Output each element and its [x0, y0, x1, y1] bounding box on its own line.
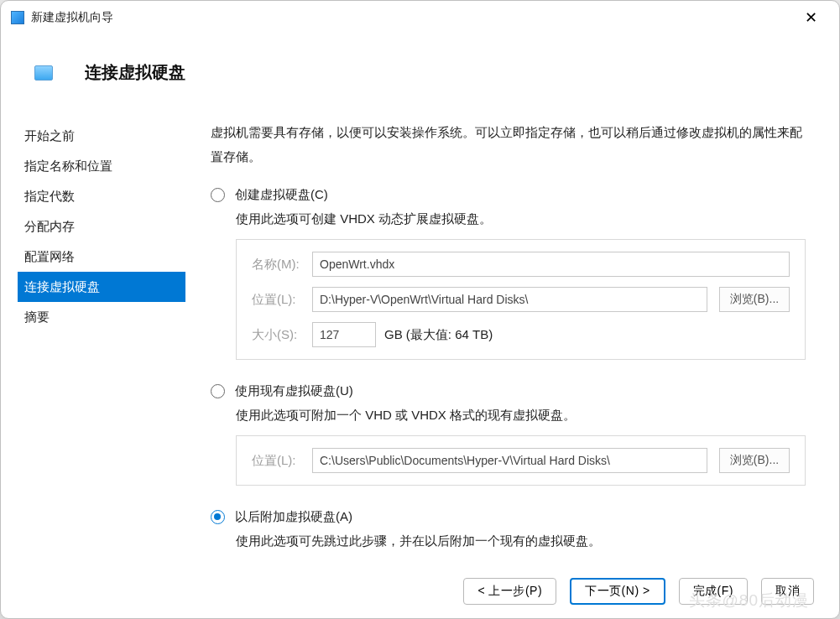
app-icon [11, 11, 24, 24]
name-label: 名称(M): [252, 257, 312, 273]
option-desc: 使用此选项可先跳过此步骤，并在以后附加一个现有的虚拟硬盘。 [236, 533, 806, 549]
radio-icon [211, 188, 225, 202]
location-label: 位置(L): [252, 453, 312, 469]
step-before-start[interactable]: 开始之前 [18, 121, 185, 151]
titlebar: 新建虚拟机向导 ✕ [1, 1, 839, 34]
create-fieldset: 名称(M): OpenWrt.vhdx 位置(L): D:\Hyper-V\Op… [236, 239, 806, 360]
option-label: 创建虚拟硬盘(C) [235, 187, 328, 203]
radio-existing-vhd[interactable]: 使用现有虚拟硬盘(U) [211, 383, 806, 399]
option-existing-vhd: 使用现有虚拟硬盘(U) 使用此选项可附加一个 VHD 或 VHDX 格式的现有虚… [211, 383, 806, 486]
page-header: 连接虚拟硬盘 [1, 34, 839, 104]
step-generation[interactable]: 指定代数 [18, 181, 185, 211]
existing-fieldset: 位置(L): C:\Users\Public\Documents\Hyper-V… [236, 435, 806, 486]
radio-icon [211, 510, 225, 524]
step-network[interactable]: 配置网络 [18, 242, 185, 272]
radio-create-vhd[interactable]: 创建虚拟硬盘(C) [211, 187, 806, 203]
option-label: 以后附加虚拟硬盘(A) [235, 509, 352, 525]
option-create-vhd: 创建虚拟硬盘(C) 使用此选项可创建 VHDX 动态扩展虚拟硬盘。 名称(M):… [211, 187, 806, 360]
radio-attach-later[interactable]: 以后附加虚拟硬盘(A) [211, 509, 806, 525]
step-name-location[interactable]: 指定名称和位置 [18, 151, 185, 181]
size-unit: GB (最大值: 64 TB) [384, 327, 493, 343]
wizard-footer: < 上一步(P) 下一页(N) > 完成(F) 取消 头条@80后动漫 [1, 564, 839, 618]
intro-text: 虚拟机需要具有存储，以便可以安装操作系统。可以立即指定存储，也可以稍后通过修改虚… [211, 121, 806, 169]
size-label: 大小(S): [252, 327, 312, 343]
location-input[interactable]: D:\Hyper-V\OpenWrt\Virtual Hard Disks\ [312, 287, 707, 312]
cancel-button[interactable]: 取消 [761, 578, 814, 605]
size-input[interactable]: 127 [312, 322, 376, 347]
option-desc: 使用此选项可创建 VHDX 动态扩展虚拟硬盘。 [236, 211, 806, 227]
option-label: 使用现有虚拟硬盘(U) [235, 383, 353, 399]
monitor-icon [34, 65, 53, 81]
browse-button[interactable]: 浏览(B)... [719, 448, 790, 473]
wizard-window: 新建虚拟机向导 ✕ 连接虚拟硬盘 开始之前 指定名称和位置 指定代数 分配内存 … [0, 0, 840, 619]
window-title: 新建虚拟机向导 [31, 10, 113, 25]
option-attach-later: 以后附加虚拟硬盘(A) 使用此选项可先跳过此步骤，并在以后附加一个现有的虚拟硬盘… [211, 509, 806, 549]
wizard-steps: 开始之前 指定名称和位置 指定代数 分配内存 配置网络 连接虚拟硬盘 摘要 [18, 121, 185, 556]
page-title: 连接虚拟硬盘 [85, 61, 185, 84]
existing-location-input[interactable]: C:\Users\Public\Documents\Hyper-V\Virtua… [312, 448, 707, 473]
name-input[interactable]: OpenWrt.vhdx [312, 252, 790, 277]
prev-button[interactable]: < 上一步(P) [463, 578, 556, 605]
step-summary[interactable]: 摘要 [18, 302, 185, 332]
location-label: 位置(L): [252, 292, 312, 308]
finish-button[interactable]: 完成(F) [679, 578, 748, 605]
browse-button[interactable]: 浏览(B)... [719, 287, 790, 312]
step-connect-vhd[interactable]: 连接虚拟硬盘 [18, 272, 185, 302]
close-icon: ✕ [805, 8, 817, 27]
radio-icon [211, 384, 225, 398]
content-panel: 虚拟机需要具有存储，以便可以安装操作系统。可以立即指定存储，也可以稍后通过修改虚… [185, 121, 822, 556]
option-desc: 使用此选项可附加一个 VHD 或 VHDX 格式的现有虚拟硬盘。 [236, 408, 806, 424]
next-button[interactable]: 下一页(N) > [570, 578, 665, 605]
step-memory[interactable]: 分配内存 [18, 211, 185, 242]
close-button[interactable]: ✕ [792, 4, 829, 31]
